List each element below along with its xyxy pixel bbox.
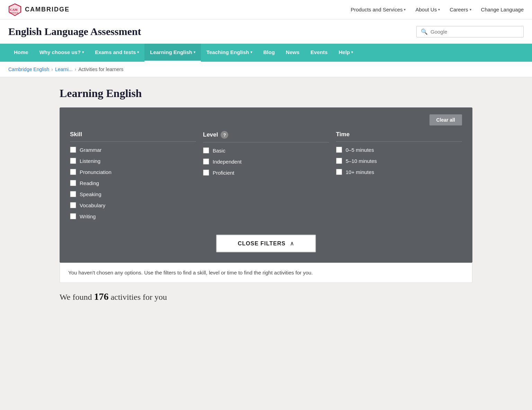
level-proficient-checkbox[interactable] <box>203 169 209 176</box>
skill-divider <box>70 141 196 142</box>
chevron-down-icon: ▾ <box>404 8 406 11</box>
skill-writing[interactable]: Writing <box>70 213 196 219</box>
level-help-icon[interactable]: ? <box>221 131 228 139</box>
filter-columns: Skill Grammar Listening Pronunciation <box>70 131 462 224</box>
breadcrumb: Cambridge English › Learni... › Activiti… <box>0 62 532 77</box>
time-5-10[interactable]: 5–10 minutes <box>336 158 462 164</box>
skill-speaking-checkbox[interactable] <box>70 191 76 197</box>
level-independent[interactable]: Independent <box>203 158 329 165</box>
nav-exams-tests[interactable]: Exams and tests ▾ <box>89 44 144 62</box>
chevron-down-icon: ▾ <box>194 50 195 54</box>
nav-home[interactable]: Home <box>8 44 34 62</box>
skill-reading[interactable]: Reading <box>70 180 196 186</box>
search-input[interactable] <box>431 29 519 35</box>
chevron-down-icon: ▾ <box>250 50 252 54</box>
time-0-5[interactable]: 0–5 minutes <box>336 147 462 153</box>
level-basic[interactable]: Basic <box>203 147 329 154</box>
careers-link[interactable]: Careers ▾ <box>450 7 471 12</box>
chevron-down-icon: ▾ <box>470 8 471 11</box>
skill-pronunciation-checkbox[interactable] <box>70 169 76 175</box>
nav-help[interactable]: Help ▾ <box>333 44 359 62</box>
level-column-header: Level ? <box>203 131 329 139</box>
chevron-down-icon: ▾ <box>137 50 139 54</box>
logo-area[interactable]: CAM BRIDGE CAMBRIDGE <box>8 3 70 16</box>
site-title: English Language Assessment <box>8 26 141 37</box>
time-filter-column: Time 0–5 minutes 5–10 minutes 10+ minute… <box>336 131 462 224</box>
about-us-link[interactable]: About Us ▾ <box>415 7 440 12</box>
results-count: We found 176 activities for you <box>60 291 472 302</box>
chevron-up-icon: ∧ <box>290 240 294 247</box>
top-nav-links: Products and Services ▾ About Us ▾ Caree… <box>351 7 524 12</box>
chevron-down-icon: ▾ <box>351 50 353 54</box>
close-filters-row: CLOSE FILTERS ∧ <box>70 235 462 252</box>
level-basic-checkbox[interactable] <box>203 147 209 154</box>
chevron-down-icon: ▾ <box>438 8 440 11</box>
time-5-10-checkbox[interactable] <box>336 158 342 164</box>
breadcrumb-cambridge-english[interactable]: Cambridge English <box>8 67 49 72</box>
time-10-plus[interactable]: 10+ minutes <box>336 169 462 175</box>
search-icon: 🔍 <box>421 28 428 35</box>
level-divider <box>203 142 329 142</box>
skill-grammar-checkbox[interactable] <box>70 147 76 153</box>
skill-grammar[interactable]: Grammar <box>70 147 196 153</box>
level-proficient[interactable]: Proficient <box>203 169 329 176</box>
close-filters-button[interactable]: CLOSE FILTERS ∧ <box>216 235 316 252</box>
nav-learning-english[interactable]: Learning English ▾ <box>144 44 201 62</box>
main-navigation: Home Why choose us? ▾ Exams and tests ▾ … <box>0 44 532 62</box>
svg-text:CAM: CAM <box>10 8 18 11</box>
level-filter-column: Level ? Basic Independent Proficient <box>203 131 329 224</box>
skill-writing-checkbox[interactable] <box>70 213 76 219</box>
nav-teaching-english[interactable]: Teaching English ▾ <box>201 44 258 62</box>
filter-message: You haven't chosen any options. Use the … <box>60 263 472 283</box>
change-language-link[interactable]: Change Language <box>481 7 524 12</box>
skill-filter-column: Skill Grammar Listening Pronunciation <box>70 131 196 224</box>
svg-text:BRIDGE: BRIDGE <box>9 11 18 14</box>
skill-speaking[interactable]: Speaking <box>70 191 196 197</box>
time-0-5-checkbox[interactable] <box>336 147 342 153</box>
breadcrumb-separator: › <box>75 67 77 72</box>
breadcrumb-current: Activities for learners <box>78 67 123 72</box>
logo-text: CAMBRIDGE <box>25 6 70 13</box>
level-independent-checkbox[interactable] <box>203 158 209 165</box>
chevron-down-icon: ▾ <box>82 50 84 54</box>
nav-events[interactable]: Events <box>305 44 333 62</box>
time-column-header: Time <box>336 131 462 138</box>
cambridge-shield-icon: CAM BRIDGE <box>8 3 21 16</box>
page-title: Learning English <box>60 87 472 100</box>
skill-pronunciation[interactable]: Pronunciation <box>70 169 196 175</box>
breadcrumb-separator: › <box>51 67 53 72</box>
filter-clear-row: Clear all <box>70 114 462 125</box>
skill-listening-checkbox[interactable] <box>70 158 76 164</box>
clear-all-button[interactable]: Clear all <box>429 114 462 125</box>
page-content: Learning English Clear all Skill Grammar… <box>51 77 481 316</box>
filter-panel: Clear all Skill Grammar Listening <box>60 107 472 263</box>
search-box: 🔍 <box>416 26 524 37</box>
results-number: 176 <box>94 291 108 302</box>
skill-vocabulary[interactable]: Vocabulary <box>70 202 196 208</box>
skill-column-header: Skill <box>70 131 196 138</box>
skill-reading-checkbox[interactable] <box>70 180 76 186</box>
breadcrumb-learning[interactable]: Learni... <box>55 67 73 72</box>
nav-why-choose-us[interactable]: Why choose us? ▾ <box>34 44 89 62</box>
nav-news[interactable]: News <box>280 44 305 62</box>
products-services-link[interactable]: Products and Services ▾ <box>351 7 406 12</box>
skill-vocabulary-checkbox[interactable] <box>70 202 76 208</box>
time-divider <box>336 141 462 142</box>
skill-listening[interactable]: Listening <box>70 158 196 164</box>
top-navigation: CAM BRIDGE CAMBRIDGE Products and Servic… <box>0 0 532 19</box>
nav-blog[interactable]: Blog <box>258 44 280 62</box>
time-10-plus-checkbox[interactable] <box>336 169 342 175</box>
search-section: English Language Assessment 🔍 <box>0 19 532 44</box>
